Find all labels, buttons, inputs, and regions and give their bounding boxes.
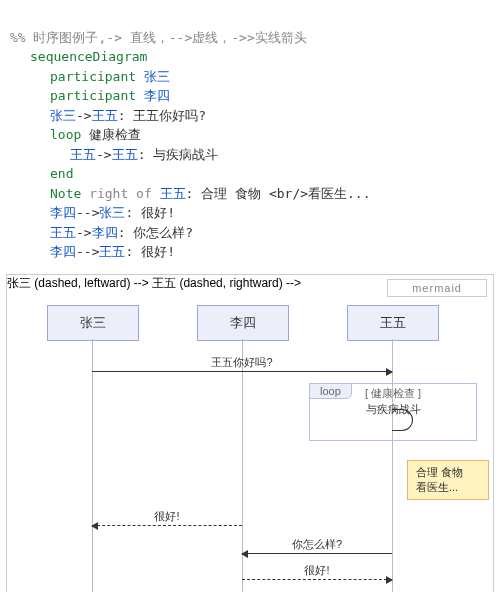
id-p3: 王五 [160, 186, 186, 201]
message-label: 你怎么样? [242, 537, 392, 552]
loop-title: 健康检查 [89, 127, 141, 142]
msg-text: : 王五你好吗? [118, 108, 206, 123]
loop-frame-title: [ 健康检查 ] [310, 386, 476, 401]
kw-end: end [50, 166, 73, 181]
id-p2: 李四 [50, 205, 76, 220]
code-block: %% 时序图例子,-> 直线，-->虚线，->>实线箭头 sequenceDia… [0, 0, 500, 270]
lifeline-a3 [392, 339, 393, 593]
id-p2: 李四 [144, 88, 170, 103]
sequence-diagram: mermaid 张三 李四 王五 王五你好吗? loop [ 健康检查 ] 与疾… [6, 274, 494, 593]
arrow-solid [92, 371, 392, 372]
arrow: -> [76, 108, 92, 123]
note-text: : 合理 食物 <br/>看医生... [186, 186, 371, 201]
msg-text: : 很好! [125, 205, 174, 220]
arrow: --> [76, 244, 99, 259]
id-p1: 张三 [144, 69, 170, 84]
arrow: -> [76, 225, 92, 240]
self-message-arc [392, 409, 413, 431]
note-line2: 看医生... [416, 480, 480, 495]
arrow: -> [96, 147, 112, 162]
kw-part: participant [50, 88, 136, 103]
id-p1: 张三 [99, 205, 125, 220]
kw-part: participant [50, 69, 136, 84]
id-p3: 王五 [99, 244, 125, 259]
note-line1: 合理 食物 [416, 465, 480, 480]
arrow-dashed [242, 579, 392, 580]
render-badge: mermaid [387, 279, 487, 297]
kw-seq: sequenceDiagram [30, 49, 147, 64]
id-p2: 李四 [50, 244, 76, 259]
message-label: 王五你好吗? [92, 355, 392, 370]
arrow-dashed [92, 525, 242, 526]
id-p3: 王五 [70, 147, 96, 162]
message-label: 很好! [242, 563, 392, 578]
msg-text: : 很好! [125, 244, 174, 259]
code-comment: %% 时序图例子,-> 直线，-->虚线，->>实线箭头 [10, 30, 307, 45]
id-p3: 王五 [50, 225, 76, 240]
arrow: --> [76, 205, 99, 220]
note-right: right of [89, 186, 152, 201]
arrow-solid [242, 553, 392, 554]
id-p2: 李四 [92, 225, 118, 240]
actor-box-a2: 李四 [197, 305, 289, 341]
id-p3: 王五 [112, 147, 138, 162]
id-p1: 张三 [50, 108, 76, 123]
note-box: 合理 食物 看医生... [407, 460, 489, 501]
kw-loop: loop [50, 127, 81, 142]
kw-note: Note [50, 186, 81, 201]
lifeline-a1 [92, 339, 93, 593]
id-p3: 王五 [92, 108, 118, 123]
actor-box-a1: 张三 [47, 305, 139, 341]
msg-text: : 与疾病战斗 [138, 147, 219, 162]
actor-box-a3: 王五 [347, 305, 439, 341]
msg-text: : 你怎么样? [118, 225, 193, 240]
message-label: 很好! [92, 509, 242, 524]
